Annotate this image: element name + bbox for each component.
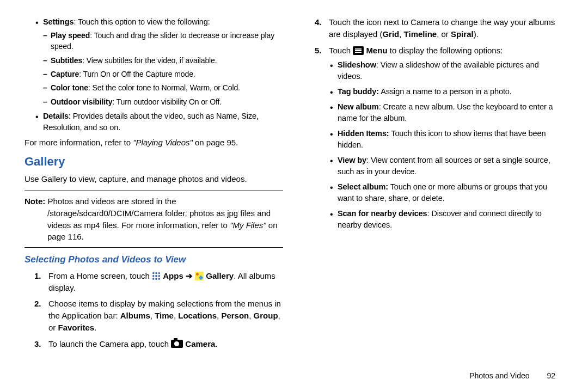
settings-desc: : Touch this option to view the followin… <box>74 17 210 26</box>
step-1: 1. From a Home screen, touch Apps ➔ Gall… <box>48 270 283 294</box>
footer-page: 92 <box>547 370 555 381</box>
menu-icon <box>353 46 364 55</box>
gallery-heading: Gallery <box>24 153 283 170</box>
step-4: 4. Touch the icon next to Camera to chan… <box>329 16 564 40</box>
details-desc: : Provides details about the video, such… <box>43 112 259 132</box>
camera-icon <box>171 340 183 348</box>
gallery-icon <box>195 272 204 280</box>
note-box: Note: Photos and videos are stored in th… <box>24 191 283 248</box>
selecting-heading: Selecting Photos and Videos to View <box>24 253 283 267</box>
details-label: Details <box>43 112 69 120</box>
gallery-intro: Use Gallery to view, capture, and manage… <box>24 173 283 185</box>
menu-options: Slideshow: View a slideshow of the avail… <box>329 59 564 231</box>
settings-bullet: Settings: Touch this option to view the … <box>24 16 283 133</box>
page-footer: Photos and Video 92 <box>469 370 555 381</box>
more-info-1: For more information, refer to "Playing … <box>24 137 283 149</box>
settings-sublist: Play speed: Touch and drag the slider to… <box>43 30 283 107</box>
step-3: 3. To launch the Camera app, touch Camer… <box>48 338 283 350</box>
step-2: 2. Choose items to display by making sel… <box>48 298 283 333</box>
step-5: 5. Touch Menu to display the following o… <box>329 45 564 231</box>
footer-section: Photos and Video <box>469 371 529 380</box>
apps-icon <box>152 272 161 280</box>
settings-label: Settings <box>43 17 74 26</box>
